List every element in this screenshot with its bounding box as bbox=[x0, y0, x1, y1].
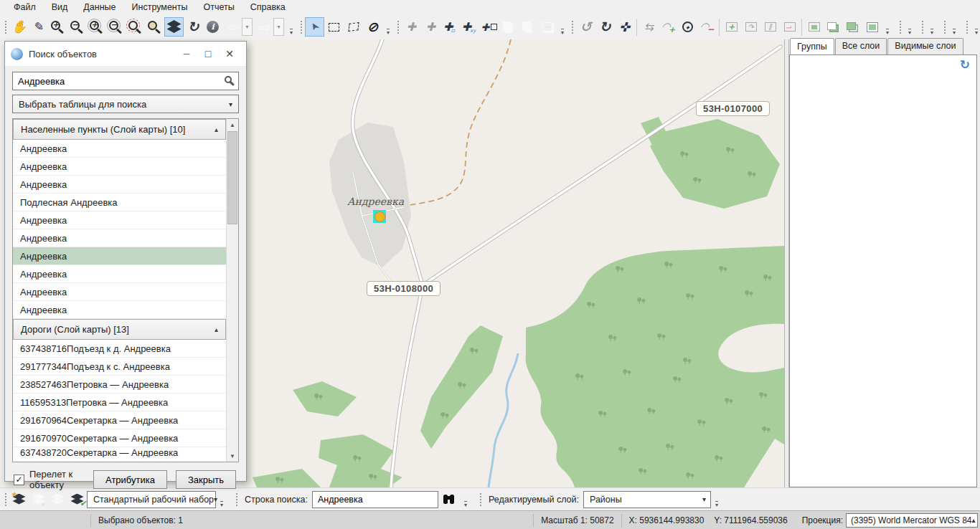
toolbar-grip[interactable] bbox=[479, 492, 482, 507]
search-result-item[interactable]: Андреевка bbox=[13, 283, 226, 301]
send-back-button[interactable] bbox=[843, 17, 862, 37]
add-polygon-button[interactable] bbox=[440, 17, 460, 37]
pan-tool-button[interactable] bbox=[9, 17, 29, 37]
find-object-button[interactable] bbox=[438, 490, 460, 509]
search-result-item[interactable]: 116595313Петровка — Андреевка bbox=[13, 394, 226, 411]
tab-Группы[interactable]: Группы bbox=[790, 38, 834, 54]
menu-Данные[interactable]: Данные bbox=[75, 1, 123, 14]
add-arc-button[interactable] bbox=[659, 17, 678, 37]
zoom-out-button[interactable] bbox=[67, 17, 87, 37]
select-object-button[interactable] bbox=[305, 17, 324, 37]
search-result-item[interactable]: Андреевка bbox=[13, 229, 226, 247]
search-result-item[interactable]: 238527463Петровка — Андреевка bbox=[13, 376, 226, 394]
zoom-in-button[interactable] bbox=[48, 17, 67, 37]
workset-save-button[interactable] bbox=[9, 490, 29, 509]
search-section-header[interactable]: Населенные пункты (Слой карты) [10]▴ bbox=[13, 119, 226, 140]
search-result-item[interactable]: 637438720Секретарка — Андреевка bbox=[13, 447, 226, 457]
toolbar-overflow[interactable] bbox=[287, 19, 296, 36]
select-rect-button[interactable] bbox=[324, 17, 344, 37]
frame-route-button[interactable] bbox=[780, 17, 799, 37]
refresh-map-button[interactable] bbox=[184, 17, 203, 37]
refresh-layers-icon[interactable] bbox=[960, 57, 970, 72]
toolbar-grip[interactable] bbox=[965, 19, 969, 35]
search-input[interactable] bbox=[12, 72, 239, 90]
collapsed-toolbar[interactable] bbox=[918, 16, 938, 38]
collapsed-toolbar[interactable] bbox=[896, 16, 915, 38]
menu-Файл[interactable]: Файл bbox=[6, 1, 44, 14]
frame-zoom-button[interactable] bbox=[722, 17, 741, 37]
panel-splitter[interactable] bbox=[784, 39, 789, 487]
zoom-selected-button[interactable] bbox=[126, 17, 145, 37]
search-result-item[interactable]: Андреевка bbox=[13, 176, 226, 194]
menu-Вид[interactable]: Вид bbox=[44, 1, 76, 14]
search-result-item[interactable]: Андреевка bbox=[13, 158, 226, 176]
edit-layer-combo[interactable]: Районы bbox=[583, 491, 711, 508]
move-object-button[interactable] bbox=[615, 17, 634, 37]
add-point-xy-button[interactable] bbox=[460, 17, 479, 37]
toolbar-overflow[interactable] bbox=[558, 19, 567, 36]
menu-Справка[interactable]: Справка bbox=[242, 1, 293, 14]
search-result-item[interactable]: 637438716Подъезд к д. Андреевка bbox=[13, 340, 226, 358]
toolbar-overflow[interactable] bbox=[217, 491, 226, 508]
object-info-button[interactable] bbox=[203, 17, 222, 37]
search-result-item[interactable]: 291670964Секретарка — Андреевка bbox=[13, 411, 226, 429]
selected-object-marker[interactable] bbox=[373, 210, 386, 223]
search-result-item[interactable]: Андреевка bbox=[13, 265, 226, 283]
scroll-up-icon[interactable]: ▲ bbox=[227, 119, 238, 130]
toolbar-overflow[interactable] bbox=[950, 19, 958, 36]
toolbar-overflow[interactable] bbox=[461, 491, 470, 508]
zoom-previous-button[interactable] bbox=[145, 17, 164, 37]
toolbar-grip[interactable] bbox=[4, 492, 7, 507]
toolbar-grip[interactable] bbox=[396, 19, 400, 35]
scroll-down-icon[interactable]: ▼ bbox=[227, 450, 238, 462]
nav-forward-dropdown[interactable]: ▾ bbox=[273, 18, 284, 36]
search-result-item[interactable]: Андреевка bbox=[13, 247, 226, 265]
close-window-button[interactable] bbox=[219, 45, 240, 62]
projection-combo[interactable]: (3395) World Mercator WGS 84 bbox=[846, 513, 978, 528]
clear-selection-button[interactable] bbox=[363, 17, 382, 37]
toolbar-grip[interactable] bbox=[898, 19, 902, 35]
list-scrollbar[interactable]: ▲ ▼ bbox=[226, 119, 238, 462]
search-result-item[interactable]: Подлесная Андреевка bbox=[13, 194, 226, 211]
remove-arc-button[interactable] bbox=[697, 17, 717, 37]
measure-tool-button[interactable] bbox=[29, 17, 48, 37]
add-frame-button[interactable] bbox=[479, 17, 499, 37]
fly-to-object-checkbox[interactable] bbox=[14, 475, 24, 485]
layers-visibility-button[interactable] bbox=[164, 17, 184, 37]
collapsed-toolbar[interactable] bbox=[941, 16, 960, 38]
toolbar-overflow[interactable] bbox=[972, 19, 980, 36]
zoom-out-window-button[interactable] bbox=[106, 17, 126, 37]
toolbar-grip[interactable] bbox=[4, 19, 7, 35]
zoom-in-window-button[interactable] bbox=[87, 17, 106, 37]
collapsed-toolbar[interactable] bbox=[963, 16, 980, 38]
toolbar-grip[interactable] bbox=[299, 19, 303, 35]
search-result-item[interactable]: 291777344Подъезд к с. Андреевка bbox=[13, 358, 226, 376]
toolbar-overflow[interactable] bbox=[905, 19, 914, 36]
toolbar-grip[interactable] bbox=[235, 492, 238, 507]
minimize-button[interactable] bbox=[176, 45, 197, 62]
menu-Инструменты[interactable]: Инструменты bbox=[124, 1, 196, 14]
select-polygon-button[interactable] bbox=[344, 17, 363, 37]
search-result-item[interactable]: 291670970Секретарка — Андреевка bbox=[13, 429, 226, 447]
toolbar-grip[interactable] bbox=[570, 19, 574, 35]
bring-front-button[interactable] bbox=[824, 17, 843, 37]
frame-new-button[interactable] bbox=[804, 17, 824, 37]
frame-split-button[interactable] bbox=[760, 17, 780, 37]
scrollbar-thumb[interactable] bbox=[227, 131, 237, 224]
search-result-item[interactable]: Андреевка bbox=[13, 140, 226, 158]
workset-apply-button[interactable] bbox=[67, 490, 87, 509]
search-section-header[interactable]: Дороги (Слой карты) [13]▴ bbox=[13, 319, 226, 340]
quick-search-input[interactable] bbox=[312, 491, 438, 508]
toolbar-overflow[interactable] bbox=[384, 19, 392, 36]
frame-flip-button[interactable] bbox=[741, 17, 760, 37]
toolbar-overflow[interactable] bbox=[712, 491, 721, 508]
tab-Видимые слои[interactable]: Видимые слои bbox=[887, 38, 963, 54]
menu-Отчеты[interactable]: Отчеты bbox=[195, 1, 242, 14]
search-result-item[interactable]: Андреевка bbox=[13, 211, 226, 229]
rotate-object-button[interactable] bbox=[678, 17, 697, 37]
maximize-button[interactable] bbox=[197, 45, 219, 62]
attributes-button[interactable]: Атрибутика bbox=[93, 470, 167, 489]
window-title-bar[interactable]: Поиск объектов bbox=[5, 42, 246, 66]
nav-back-dropdown[interactable]: ▾ bbox=[242, 18, 253, 36]
toolbar-overflow[interactable] bbox=[928, 19, 936, 36]
